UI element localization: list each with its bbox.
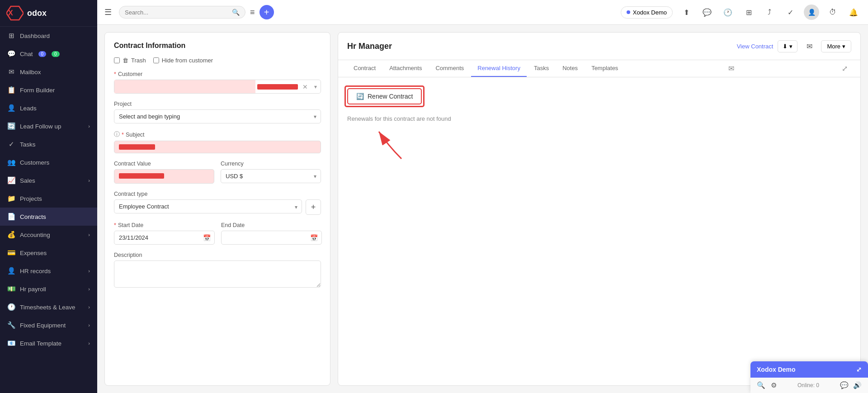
tasks-icon: ✓ [7, 140, 15, 148]
chat-widget: Xodox Demo ⤢ 🔍 ⚙ Online: 0 💬 🔊 [750, 361, 868, 393]
project-field-group: Project Select and begin typing [114, 101, 321, 123]
sidebar-item-form-builder[interactable]: 📋 Form Builder [0, 81, 97, 99]
sidebar-item-fixed-equipment[interactable]: 🔧 Fixed Equipment › [0, 316, 97, 334]
accounting-icon: 💰 [7, 231, 15, 239]
sidebar-item-customers[interactable]: 👥 Customers [0, 153, 97, 171]
sidebar-label-form-builder: Form Builder [20, 87, 55, 94]
timesheets-icon: 🕐 [7, 303, 15, 311]
sidebar-item-mailbox[interactable]: ✉ Mailbox [0, 63, 97, 81]
customer-clear-icon[interactable]: ✕ [300, 83, 311, 90]
project-select[interactable]: Select and begin typing [114, 109, 321, 123]
chat-settings-icon[interactable]: ⚙ [771, 381, 777, 389]
trash-checkbox-label[interactable]: 🗑 Trash [114, 57, 146, 64]
user-demo-button[interactable]: Xodox Demo [621, 6, 673, 19]
date-row: * Start Date 📅 End Date 📅 [114, 222, 321, 252]
currency-field: Currency USD $ [221, 161, 321, 184]
start-date-input[interactable] [114, 231, 199, 244]
contracts-icon: 📄 [7, 213, 15, 221]
sidebar-item-email-template[interactable]: 📧 Email Template › [0, 334, 97, 352]
left-panel: Contract Information 🗑 Trash Hide from c… [104, 32, 330, 386]
start-date-field: * Start Date 📅 [114, 222, 215, 245]
sidebar-item-tasks[interactable]: ✓ Tasks [0, 135, 97, 153]
start-date-calendar-icon[interactable]: 📅 [199, 234, 214, 241]
checkmark-icon[interactable]: ✓ [783, 5, 797, 19]
grid-icon[interactable]: ⊞ [741, 5, 756, 19]
end-date-input[interactable] [222, 231, 307, 244]
email-icon[interactable]: ✉ [802, 39, 816, 53]
chat-bubble-icon[interactable]: 💬 [700, 5, 714, 19]
avatar[interactable]: 👤 [804, 5, 819, 20]
trash-checkbox[interactable] [114, 57, 120, 63]
tab-templates[interactable]: Templates [585, 60, 624, 77]
trash-label: Trash [131, 57, 146, 64]
more-button[interactable]: More ▾ [821, 40, 851, 52]
clock-icon[interactable]: ⏱ [826, 5, 840, 19]
tab-attachments[interactable]: Attachments [383, 60, 428, 77]
tab-expand-icon[interactable]: ⤢ [838, 62, 851, 75]
sidebar-label-sales: Sales [20, 177, 35, 184]
tab-notes[interactable]: Notes [556, 60, 584, 77]
sidebar-label-projects: Projects [20, 195, 42, 202]
odox-logo: X [6, 5, 24, 22]
renew-label: Renew Contract [368, 93, 413, 100]
renew-contract-button[interactable]: 🔄 Renew Contract [347, 88, 422, 104]
tab-comments[interactable]: Comments [429, 60, 470, 77]
sidebar-item-hr-payroll[interactable]: 💵 Hr payroll › [0, 280, 97, 298]
contract-type-field: Contract type Employee Contract + [114, 191, 321, 215]
hide-checkbox-label[interactable]: Hide from customer [153, 57, 213, 64]
hr-payroll-icon: 💵 [7, 285, 15, 293]
sidebar-item-timesheets[interactable]: 🕐 Timesheets & Leave › [0, 298, 97, 316]
sidebar-label-accounting: Accounting [20, 232, 50, 238]
left-panel-title: Contract Information [114, 42, 321, 50]
sidebar-item-projects[interactable]: 📁 Projects [0, 189, 97, 208]
contract-value-wrapper [114, 169, 214, 184]
sidebar-label-mailbox: Mailbox [20, 69, 41, 76]
hide-checkbox[interactable] [153, 57, 159, 63]
menu-icon[interactable]: ≡ [250, 8, 255, 17]
chat-search-icon[interactable]: 🔍 [757, 381, 765, 389]
renewal-message: Renewals for this contract are not found [347, 115, 851, 122]
bell-icon[interactable]: 🔔 [846, 5, 861, 19]
sidebar-item-lead-follow-up[interactable]: 🔄 Lead Follow up › [0, 117, 97, 135]
sidebar-item-leads[interactable]: 👤 Leads [0, 99, 97, 117]
red-arrow-annotation [374, 127, 429, 163]
sidebar-item-expenses[interactable]: 💳 Expenses [0, 244, 97, 262]
fixed-equipment-icon: 🔧 [7, 321, 15, 329]
contract-type-select-wrapper: Employee Contract [114, 199, 302, 215]
contract-type-add-button[interactable]: + [306, 199, 321, 215]
topbar: ☰ 🔍 ≡ + Xodox Demo ⬆ 💬 🕐 ⊞ ⤴ ✓ 👤 ⏱ 🔔 [97, 0, 868, 25]
checkbox-row: 🗑 Trash Hide from customer [114, 57, 321, 64]
sidebar-item-chat[interactable]: 💬 Chat 0 0 [0, 45, 97, 63]
view-contract-button[interactable]: View Contract [737, 43, 774, 50]
upload-icon[interactable]: ⬆ [679, 5, 693, 19]
hamburger-icon[interactable]: ☰ [104, 7, 112, 17]
currency-select[interactable]: USD $ [221, 169, 321, 183]
sidebar-item-dashboard[interactable]: ⊞ Dashboard [0, 27, 97, 45]
tab-contract[interactable]: Contract [347, 60, 382, 77]
subject-help-icon: ⓘ [114, 131, 120, 138]
sidebar-item-contracts[interactable]: 📄 Contracts [0, 208, 97, 226]
chat-widget-expand-icon[interactable]: ⤢ [856, 366, 862, 373]
contract-value-field: Contract Value [114, 161, 214, 184]
tab-email-icon[interactable]: ✉ [725, 62, 738, 75]
end-date-calendar-icon[interactable]: 📅 [307, 234, 321, 241]
tab-tasks[interactable]: Tasks [528, 60, 555, 77]
customer-chevron-icon[interactable]: ▾ [311, 84, 321, 90]
sidebar-item-hr-records[interactable]: 👤 HR records › [0, 262, 97, 280]
tab-renewal-history[interactable]: Renewal History [471, 60, 527, 77]
add-button[interactable]: + [259, 5, 274, 19]
value-currency-row: Contract Value Currency USD $ [114, 161, 321, 191]
action-dropdown-button[interactable]: ⬇ ▾ [778, 40, 797, 52]
more-label: More [827, 43, 840, 50]
chat-speaker-icon[interactable]: 🔊 [853, 381, 862, 389]
history-icon[interactable]: 🕐 [721, 5, 735, 19]
search-input[interactable] [125, 9, 228, 16]
contract-type-select[interactable]: Employee Contract [114, 199, 302, 213]
fixed-equipment-arrow: › [88, 322, 90, 328]
chat-bubble-small-icon[interactable]: 💬 [840, 381, 849, 389]
share-icon[interactable]: ⤴ [762, 5, 777, 19]
sidebar-item-sales[interactable]: 📈 Sales › [0, 171, 97, 189]
sidebar-item-accounting[interactable]: 💰 Accounting › [0, 226, 97, 244]
customer-input[interactable] [114, 80, 255, 93]
description-textarea[interactable] [114, 260, 321, 288]
